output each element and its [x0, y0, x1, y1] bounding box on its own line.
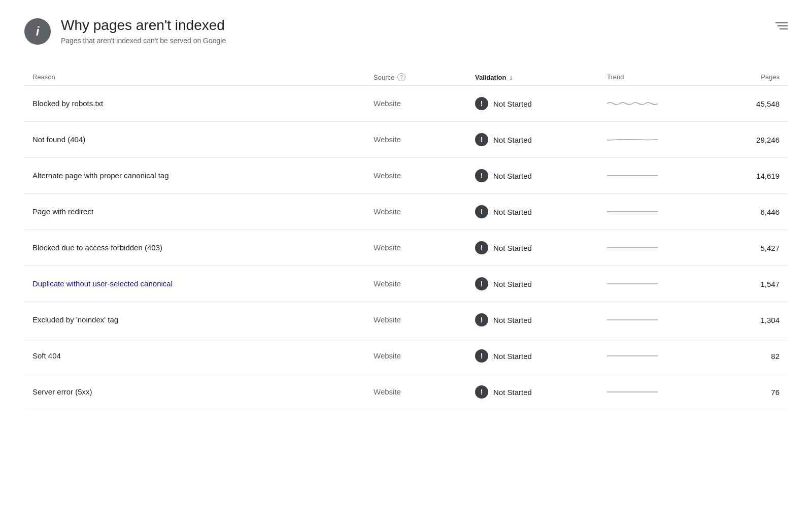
trend-line [607, 348, 658, 364]
table-row: Soft 404 Website ! Not Started 82 [24, 338, 788, 374]
source-value: Website [374, 135, 401, 144]
trend-line [607, 240, 658, 255]
reason-text: Blocked due to access forbidden (403) [32, 243, 162, 252]
reason-cell: Page with redirect [32, 207, 374, 216]
reason-text: Blocked by robots.txt [32, 99, 103, 108]
not-started-icon: ! [475, 313, 488, 326]
not-started-icon: ! [475, 169, 488, 182]
not-started-icon: ! [475, 205, 488, 218]
reason-text: Not found (404) [32, 135, 85, 144]
table-row: Duplicate without user-selected canonica… [24, 266, 788, 302]
table-row: Excluded by 'noindex' tag Website ! Not … [24, 302, 788, 338]
source-cell: Website [374, 387, 475, 397]
validation-status: Not Started [493, 352, 532, 360]
pages-count: 76 [719, 388, 780, 397]
trend-line [607, 276, 658, 291]
trend-line [607, 132, 658, 147]
trend-cell [607, 132, 719, 147]
pages-count: 82 [719, 352, 780, 360]
pages-count: 1,547 [719, 280, 780, 288]
table-row: Blocked by robots.txt Website ! Not Star… [24, 86, 788, 122]
reason-cell: Not found (404) [32, 135, 374, 144]
not-started-icon: ! [475, 97, 488, 110]
source-cell: Website [374, 315, 475, 324]
page-subtitle: Pages that aren't indexed can't be serve… [61, 37, 226, 45]
source-value: Website [374, 351, 401, 360]
reason-text: Alternate page with proper canonical tag [32, 171, 169, 180]
pages-count: 14,619 [719, 172, 780, 180]
reason-text: Server error (5xx) [32, 387, 92, 396]
trend-line [607, 384, 658, 400]
trend-line [607, 312, 658, 327]
source-value: Website [374, 387, 401, 396]
validation-status: Not Started [493, 280, 532, 288]
page-header: i Why pages aren't indexed Pages that ar… [24, 16, 788, 45]
reason-text: Page with redirect [32, 207, 93, 216]
pages-count: 1,304 [719, 316, 780, 324]
reason-cell[interactable]: Duplicate without user-selected canonica… [32, 279, 374, 288]
table-row: Not found (404) Website ! Not Started 29… [24, 122, 788, 158]
table-header: Reason Source ? Validation ↓ Trend Pages [24, 69, 788, 86]
validation-cell: ! Not Started [475, 241, 607, 254]
reason-cell: Blocked due to access forbidden (403) [32, 243, 374, 252]
validation-status: Not Started [493, 244, 532, 252]
source-cell: Website [374, 243, 475, 252]
validation-cell: ! Not Started [475, 277, 607, 290]
reason-cell: Excluded by 'noindex' tag [32, 315, 374, 324]
validation-status: Not Started [493, 100, 532, 108]
pages-count: 45,548 [719, 100, 780, 108]
validation-cell: ! Not Started [475, 349, 607, 363]
validation-cell: ! Not Started [475, 169, 607, 182]
table-row: Blocked due to access forbidden (403) We… [24, 230, 788, 266]
source-cell: Website [374, 207, 475, 216]
pages-count: 29,246 [719, 136, 780, 144]
reason-cell: Alternate page with proper canonical tag [32, 171, 374, 180]
source-cell: Website [374, 279, 475, 288]
not-started-icon: ! [475, 133, 488, 146]
reason-text: Excluded by 'noindex' tag [32, 315, 118, 324]
source-cell: Website [374, 135, 475, 144]
source-value: Website [374, 99, 401, 108]
pages-count: 5,427 [719, 244, 780, 252]
col-pages: Pages [719, 73, 780, 81]
info-icon: i [24, 18, 51, 45]
header-left: i Why pages aren't indexed Pages that ar… [24, 16, 226, 45]
col-validation[interactable]: Validation ↓ [475, 73, 607, 81]
table-body: Blocked by robots.txt Website ! Not Star… [24, 86, 788, 410]
source-value: Website [374, 279, 401, 288]
trend-cell [607, 204, 719, 219]
validation-cell: ! Not Started [475, 133, 607, 146]
reason-cell: Soft 404 [32, 351, 374, 360]
source-cell: Website [374, 171, 475, 180]
validation-status: Not Started [493, 136, 532, 144]
trend-cell [607, 96, 719, 111]
table-row: Alternate page with proper canonical tag… [24, 158, 788, 194]
validation-cell: ! Not Started [475, 97, 607, 110]
source-value: Website [374, 315, 401, 324]
table-row: Page with redirect Website ! Not Started… [24, 194, 788, 230]
reason-text[interactable]: Duplicate without user-selected canonica… [32, 279, 173, 288]
trend-cell [607, 312, 719, 327]
source-help-icon[interactable]: ? [397, 73, 405, 81]
filter-icon[interactable] [775, 20, 788, 34]
indexing-table: Reason Source ? Validation ↓ Trend Pages… [24, 69, 788, 410]
reason-cell: Server error (5xx) [32, 387, 374, 397]
source-value: Website [374, 207, 401, 216]
validation-status: Not Started [493, 172, 532, 180]
source-value: Website [374, 243, 401, 252]
trend-cell [607, 168, 719, 183]
trend-cell [607, 384, 719, 400]
trend-line [607, 204, 658, 219]
reason-text: Soft 404 [32, 351, 61, 360]
trend-line [607, 96, 658, 111]
validation-sort-arrow: ↓ [509, 73, 513, 81]
not-started-icon: ! [475, 277, 488, 290]
page-title: Why pages aren't indexed [61, 16, 226, 35]
source-cell: Website [374, 351, 475, 360]
source-cell: Website [374, 99, 475, 108]
validation-cell: ! Not Started [475, 385, 607, 399]
table-row: Server error (5xx) Website ! Not Started… [24, 374, 788, 410]
not-started-icon: ! [475, 349, 488, 363]
validation-cell: ! Not Started [475, 313, 607, 326]
reason-cell: Blocked by robots.txt [32, 99, 374, 108]
